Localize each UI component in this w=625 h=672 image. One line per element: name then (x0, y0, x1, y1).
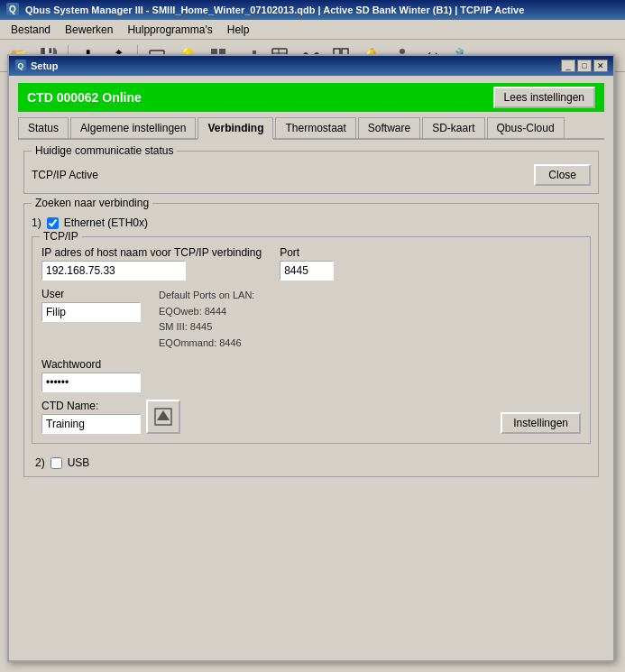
port-info-line-0: EQOweb: 8444 (159, 306, 226, 317)
ethernet-label[interactable]: Ethernet (ETH0x) (64, 216, 148, 229)
ctdname-col: CTD Name: (41, 400, 141, 434)
tab-qbuscloud[interactable]: Qbus-Cloud (487, 117, 565, 138)
usb-checkbox[interactable] (51, 457, 62, 469)
menu-bestand[interactable]: Bestand (4, 22, 58, 38)
tab-bar: Status Algemene instellingen Verbinding … (18, 117, 604, 140)
port-label: Port (280, 246, 334, 259)
search-group-title: Zoeken naar verbinding (32, 197, 152, 209)
ip-port-row: IP adres of host naam voor TCP/IP verbin… (41, 246, 581, 281)
setup-window: Q Setup _ □ ✕ CTD 000062 Online Lees ins… (7, 54, 615, 662)
password-input[interactable] (41, 373, 141, 392)
menu-hulp[interactable]: Hulpprogramma's (120, 22, 219, 38)
ip-col: IP adres of host naam voor TCP/IP verbin… (41, 246, 262, 281)
menu-bewerken[interactable]: Bewerken (58, 22, 120, 38)
minimize-btn[interactable]: _ (561, 60, 575, 72)
comm-status-group: Huidige communicatie status TCP/IP Activ… (23, 151, 599, 194)
comm-close-btn[interactable]: Close (534, 164, 591, 186)
tcpip-group: TCP/IP IP adres of host naam voor TCP/IP… (32, 236, 591, 444)
password-label: Wachtwoord (41, 358, 581, 371)
tab-algemene[interactable]: Algemene instellingen (70, 117, 196, 138)
port-info-line-1: SM III: 8445 (159, 321, 212, 332)
ctdname-input[interactable] (41, 414, 141, 434)
port-col: Port (280, 246, 334, 281)
ethernet-row: 1) Ethernet (ETH0x) (32, 216, 591, 229)
window-controls: _ □ ✕ (561, 60, 608, 72)
ip-input[interactable] (41, 261, 186, 281)
ctd-row: CTD Name: Instellingen (41, 400, 581, 434)
svg-point-19 (400, 49, 405, 54)
ctdname-label: CTD Name: (41, 400, 141, 412)
status-bar: CTD 000062 Online Lees instellingen (18, 83, 604, 112)
user-input[interactable] (41, 302, 141, 322)
svg-text:Q: Q (9, 5, 16, 14)
usb-label[interactable]: USB (68, 456, 90, 469)
setup-window-icon: Q (14, 59, 27, 73)
close-btn[interactable]: ✕ (593, 60, 608, 72)
status-label: CTD 000062 Online (27, 90, 142, 105)
port-input[interactable] (280, 261, 334, 281)
setup-titlebar: Q Setup _ □ ✕ (9, 56, 613, 76)
comm-status-text: TCP/IP Active (32, 169, 98, 181)
menu-help[interactable]: Help (220, 22, 257, 38)
tab-verbinding[interactable]: Verbinding (198, 117, 273, 140)
user-col: User (41, 288, 141, 322)
ctd-left: CTD Name: (41, 400, 180, 434)
user-portinfo-row: User Default Ports on LAN: EQOweb: 8444 … (41, 288, 581, 351)
svg-marker-24 (157, 410, 170, 420)
setup-title-text: Setup (31, 60, 59, 71)
tab-status[interactable]: Status (18, 117, 69, 138)
port-info-line-2: EQOmmand: 8446 (159, 337, 242, 348)
tab-sdkaart[interactable]: SD-kaart (422, 117, 484, 138)
tcpip-group-title: TCP/IP (40, 230, 82, 243)
maximize-btn[interactable]: □ (577, 60, 592, 72)
user-label: User (41, 288, 141, 300)
app-title-bar: Q Qbus System Manager III - SMIII_Home_W… (0, 0, 625, 20)
tab-thermostaat[interactable]: Thermostaat (275, 117, 355, 138)
menu-bar: Bestand Bewerken Hulpprogramma's Help (0, 20, 625, 40)
ethernet-item-label: 1) (32, 216, 41, 229)
ethernet-checkbox[interactable] (47, 217, 59, 229)
ip-label: IP adres of host naam voor TCP/IP verbin… (41, 246, 262, 259)
tab-software[interactable]: Software (358, 117, 420, 138)
port-info-block: Default Ports on LAN: EQOweb: 8444 SM II… (159, 288, 254, 351)
port-info-title: Default Ports on LAN: (159, 290, 254, 300)
usb-item-label: 2) (35, 456, 45, 469)
instellingen-btn[interactable]: Instellingen (501, 412, 581, 434)
usb-row: 2) USB (35, 456, 591, 469)
tab-content: Huidige communicatie status TCP/IP Activ… (18, 145, 604, 483)
search-group: Zoeken naar verbinding 1) Ethernet (ETH0… (23, 203, 599, 477)
password-col: Wachtwoord (41, 358, 581, 392)
comm-status-row: TCP/IP Active Close (32, 164, 591, 186)
title-bar-icon: Q (5, 2, 20, 18)
svg-text:Q: Q (18, 61, 24, 70)
ctd-icon-btn[interactable] (146, 400, 180, 434)
comm-status-group-title: Huidige communicatie status (32, 144, 177, 157)
app-title-text: Qbus System Manager III - SMIII_Home_Win… (25, 5, 524, 15)
lees-instellingen-btn[interactable]: Lees instellingen (493, 87, 595, 108)
